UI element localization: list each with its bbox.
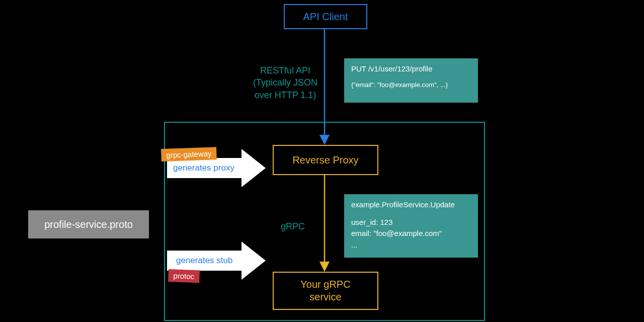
label-generates-proxy: generates proxy — [173, 163, 234, 173]
diagram-stage: API Client RESTful API (Typically JSON o… — [0, 0, 644, 322]
tag-grpc-gateway: grpc-gateway — [161, 147, 217, 162]
label-generates-stub: generates stub — [176, 256, 232, 266]
tag-protoc: protoc — [168, 269, 200, 283]
connectors-svg — [0, 0, 644, 322]
